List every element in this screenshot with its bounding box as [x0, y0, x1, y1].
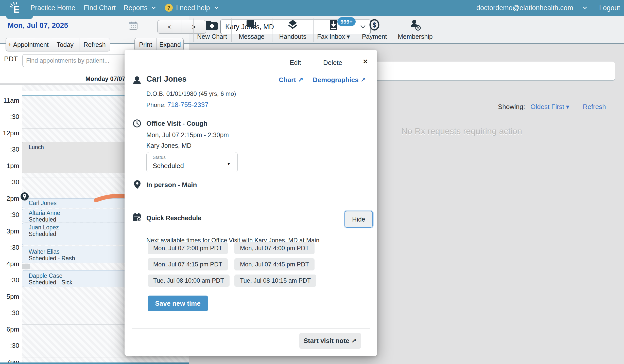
patient-dob: D.O.B. 01/01/1980 (45 yrs, 6 mo) [146, 90, 236, 97]
slot-indicator [22, 264, 30, 269]
time-label: 6pm [0, 325, 19, 333]
modal-edit-button[interactable]: Edit [290, 59, 301, 67]
slot-option-2[interactable]: Mon, Jul 07 4:00 pm PDT [234, 242, 315, 254]
new-chart-button[interactable]: New Chart [193, 19, 231, 40]
toolbar-divider [231, 19, 232, 42]
time-label: :30 [0, 145, 19, 153]
phone-link[interactable]: 718-755-2337 [167, 101, 209, 108]
fax-count-badge: 999+ [337, 17, 356, 26]
time-label: :30 [0, 211, 19, 219]
nav-need-help[interactable]: I need help [176, 4, 210, 12]
membership-label: Membership [396, 33, 434, 40]
time-label: :30 [0, 342, 19, 350]
modal-close-icon[interactable]: × [363, 57, 368, 65]
time-label: :30 [0, 276, 19, 284]
account-chevron-down-icon [583, 7, 587, 9]
membership-person-plus-icon [409, 19, 422, 31]
expand-button[interactable]: Expand [157, 38, 183, 51]
visit-time: Mon, Jul 07 2:15pm - 2:30pm [146, 131, 229, 139]
add-appointment-button[interactable]: + Appointment [6, 38, 51, 51]
visit-provider: Kary Jones, MD [146, 142, 192, 149]
membership-button[interactable]: Membership [396, 19, 434, 40]
new-chart-label: New Chart [193, 33, 231, 40]
toolbar-divider [395, 19, 395, 42]
time-label: 12pm [0, 129, 19, 137]
quick-reschedule-calendar-icon [132, 212, 142, 223]
elation-logo-icon[interactable]: E [9, 2, 23, 14]
nav-account-email[interactable]: doctordemo@elationhealth.com [476, 4, 573, 12]
status-value: Scheduled [153, 162, 184, 170]
time-label: 4pm [0, 260, 19, 268]
slot-option-6[interactable]: Tue, Jul 08 10:15 am PDT [234, 275, 316, 287]
nav-find-chart[interactable]: Find Chart [84, 4, 116, 12]
print-expand-group: Print Expand [134, 38, 184, 51]
status-caret-icon: ▼ [227, 161, 231, 167]
help-question-icon: ? [165, 4, 173, 12]
svg-text:$: $ [373, 21, 376, 29]
handouts-button[interactable]: Handouts [274, 19, 312, 40]
hide-button[interactable]: Hide [344, 211, 373, 228]
save-new-time-button[interactable]: Save new time [148, 296, 208, 311]
appointment-modal: Edit Delete × Carl Jones Chart ↗ Demogra… [125, 50, 377, 356]
day-header-gutter [0, 74, 22, 83]
svg-text:E: E [13, 4, 20, 14]
showing-label: Showing: [498, 103, 525, 111]
nav-logout[interactable]: Logout [599, 4, 620, 12]
status-label: Status [153, 155, 166, 160]
visit-title: Office Visit - Cough [146, 120, 207, 128]
logo-notch [6, 16, 33, 19]
rx-empty-message: No Rx requests requiring action [368, 126, 556, 136]
patient-name: Carl Jones [146, 75, 187, 84]
visit-location: In person - Main [146, 181, 197, 189]
start-visit-note-button[interactable]: Start visit note ↗ [299, 333, 361, 349]
refresh-button[interactable]: Refresh [79, 38, 110, 51]
timezone-label: PDT [4, 55, 18, 63]
sort-order-dropdown[interactable]: Oldest First ▾ [530, 103, 569, 111]
calendar-actions-group: + Appointment Today Refresh [6, 38, 110, 51]
rx-refresh-link[interactable]: Refresh [583, 103, 606, 111]
patient-person-icon [132, 76, 142, 85]
slot-option-3[interactable]: Mon, Jul 07 4:15 pm PDT [148, 258, 228, 270]
nav-reports[interactable]: Reports [124, 4, 148, 12]
time-label: 5pm [0, 293, 19, 301]
fax-inbox-label: Fax Inbox ▾ [315, 33, 353, 40]
calendar-date-label[interactable]: Mon, Jul 07, 2025 [8, 21, 68, 30]
reports-chevron-down-icon [152, 7, 156, 9]
new-chart-folder-icon [205, 19, 219, 31]
clock-icon [133, 119, 141, 128]
today-button[interactable]: Today [51, 38, 79, 51]
status-dropdown[interactable]: Status Scheduled ▼ [146, 152, 238, 172]
chart-link[interactable]: Chart ↗ [279, 76, 303, 84]
prev-day-button[interactable]: < [158, 20, 182, 33]
toolbar-divider [272, 19, 272, 42]
payment-label: Payment [355, 33, 393, 40]
slot-option-5[interactable]: Tue, Jul 08 10:00 am PDT [148, 275, 230, 287]
message-button[interactable]: Message [233, 19, 271, 40]
modal-footer-divider [132, 328, 370, 329]
location-pin-marker-icon [20, 192, 29, 201]
fax-caret-icon: ▾ [347, 33, 350, 40]
toolbar-divider [436, 19, 436, 42]
handouts-label: Handouts [274, 33, 312, 40]
quick-reschedule-title: Quick Reschedule [146, 214, 201, 222]
showing-row: Showing: Oldest First ▾ Refresh [498, 103, 606, 111]
time-label: :30 [0, 309, 19, 317]
slot-option-1[interactable]: Mon, Jul 07 2:00 pm PDT [148, 242, 228, 254]
phone-label: Phone: [146, 101, 166, 108]
time-label: 1pm [0, 162, 19, 170]
time-label: 2pm [0, 195, 19, 203]
time-label: :30 [0, 244, 19, 251]
calendar-bottom-bar [0, 362, 189, 364]
patient-phone-row: Phone: 718-755-2337 [146, 101, 209, 109]
date-picker-calendar-icon[interactable] [128, 21, 138, 30]
time-label: 3pm [0, 227, 19, 235]
print-button[interactable]: Print [135, 38, 157, 51]
payment-button[interactable]: $ Payment [355, 19, 393, 40]
demographics-link[interactable]: Demographics ↗ [313, 76, 366, 84]
message-chat-icon [245, 19, 258, 31]
hour-line [22, 357, 189, 357]
time-label: :30 [0, 113, 19, 121]
slot-option-4[interactable]: Mon, Jul 07 4:45 pm PDT [234, 258, 315, 270]
nav-practice-home[interactable]: Practice Home [30, 4, 75, 12]
modal-delete-button[interactable]: Delete [323, 59, 342, 67]
